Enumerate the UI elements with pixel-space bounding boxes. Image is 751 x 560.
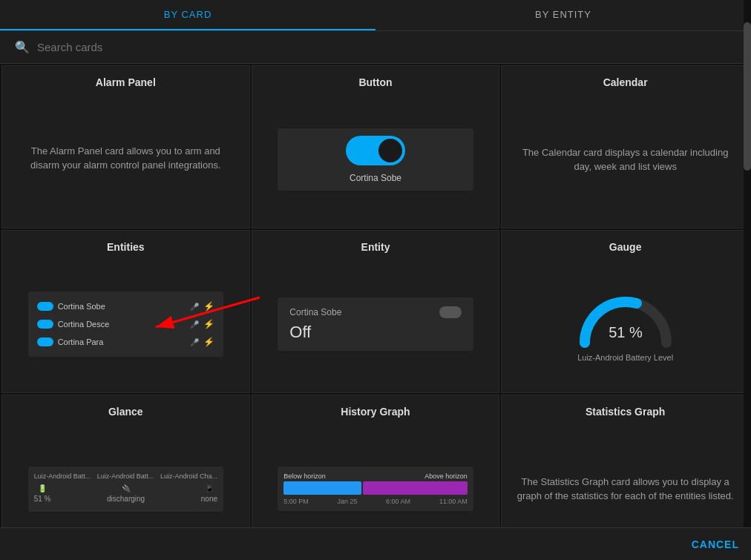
glance-icon-1: 🔌 xyxy=(122,484,131,493)
entity-row-2: Cortina Para 🎤 ⚡ xyxy=(34,333,217,351)
entity-row-mic-2: 🎤 xyxy=(190,338,199,346)
entity-row-mic-1: 🎤 xyxy=(190,320,199,329)
card-alarm-panel[interactable]: Alarm Panel The Alarm Panel card allows … xyxy=(1,65,250,228)
search-bar: 🔍 xyxy=(0,31,751,64)
entity-row-name-0: Cortina Sobe xyxy=(58,302,186,311)
glance-name-0: Luiz-Android Batt... xyxy=(34,472,91,480)
entity-row-mic-0: 🎤 xyxy=(190,303,199,311)
glance-icon-2: 📱 xyxy=(205,484,214,493)
card-alarm-panel-title: Alarm Panel xyxy=(2,66,249,96)
svg-text:51 %: 51 % xyxy=(609,324,643,340)
card-entities[interactable]: Entities Cortina Sobe 🎤 ⚡ Cortina Desce … xyxy=(1,230,250,393)
scrollbar-thumb xyxy=(744,22,751,171)
glance-icons: 🔋 51 % 🔌 discharging 📱 none xyxy=(34,484,217,503)
card-entities-title: Entities xyxy=(2,231,249,260)
scrollbar[interactable] xyxy=(744,0,751,560)
card-calendar[interactable]: Calendar The Calendar card displays a ca… xyxy=(501,65,750,228)
history-bar-purple xyxy=(363,481,467,495)
glance-value-2: none xyxy=(201,495,217,503)
search-input[interactable] xyxy=(37,41,736,53)
card-gauge-title: Gauge xyxy=(502,231,749,260)
gauge-label: Luiz-Android Battery Level xyxy=(577,353,673,362)
glance-icon-0: 🔋 xyxy=(38,484,47,493)
entity-toggle-0 xyxy=(37,302,53,311)
entity-row-bolt-2: ⚡ xyxy=(203,337,214,347)
tab-by-entity[interactable]: BY ENTITY xyxy=(376,0,751,30)
card-entity[interactable]: Entity Cortina Sobe Off xyxy=(252,230,500,393)
entity-row-bolt-0: ⚡ xyxy=(203,301,214,312)
card-gauge-content: 51 % Luiz-Android Battery Level xyxy=(502,260,749,392)
history-bars xyxy=(283,481,467,495)
history-time-0: 5:00 PM xyxy=(283,498,309,505)
entity-row-name-2: Cortina Para xyxy=(58,337,186,346)
entity-toggle-1 xyxy=(37,320,53,329)
card-calendar-description: The Calendar card displays a calendar in… xyxy=(516,145,734,174)
toggle-knob xyxy=(378,139,402,162)
card-button[interactable]: Button Cortina Sobe xyxy=(252,65,500,228)
card-alarm-panel-description: The Alarm Panel card allows you to arm a… xyxy=(17,144,235,173)
glance-item-1: 🔌 discharging xyxy=(107,484,145,503)
entities-preview: Cortina Sobe 🎤 ⚡ Cortina Desce 🎤 ⚡ Corti… xyxy=(28,291,223,357)
entity-row-name-1: Cortina Desce xyxy=(58,320,186,329)
entity-row-0: Cortina Sobe 🎤 ⚡ xyxy=(34,297,217,315)
entity-row-1: Cortina Desce 🎤 ⚡ xyxy=(34,315,217,333)
toggle-switch xyxy=(346,136,405,165)
glance-item-0: 🔋 51 % xyxy=(34,484,51,503)
tab-bar: BY CARD BY ENTITY xyxy=(0,0,751,31)
glance-item-2: 📱 none xyxy=(201,484,217,503)
card-gauge[interactable]: Gauge 51 % Luiz-Android Battery Level xyxy=(501,230,750,393)
history-preview: Below horizon Above horizon 5:00 PM Jan … xyxy=(278,467,473,511)
card-glance-title: Glance xyxy=(2,395,249,425)
glance-name-1: Luiz-Android Batt... xyxy=(97,472,154,480)
entity-row-bolt-1: ⚡ xyxy=(203,319,214,329)
entity-preview: Cortina Sobe Off xyxy=(278,297,473,351)
card-alarm-panel-content: The Alarm Panel card allows you to arm a… xyxy=(2,96,249,228)
card-history-graph-title: History Graph xyxy=(252,395,499,425)
entity-preview-value: Off xyxy=(289,323,461,342)
history-time-1: Jan 25 xyxy=(337,498,357,505)
history-label-above: Above horizon xyxy=(424,472,468,480)
history-time-labels: 5:00 PM Jan 25 6:00 AM 11:00 AM xyxy=(283,498,467,505)
entity-preview-name: Cortina Sobe xyxy=(289,307,341,317)
gauge-preview: 51 % Luiz-Android Battery Level xyxy=(566,280,685,369)
card-statistics-graph-title: Statistics Graph xyxy=(502,395,749,425)
card-entities-content: Cortina Sobe 🎤 ⚡ Cortina Desce 🎤 ⚡ Corti… xyxy=(2,260,249,392)
gauge-svg: 51 % xyxy=(574,287,678,350)
glance-names: Luiz-Android Batt... Luiz-Android Batt..… xyxy=(34,472,217,480)
search-icon: 🔍 xyxy=(15,40,30,54)
card-button-title: Button xyxy=(252,66,499,96)
tab-by-card[interactable]: BY CARD xyxy=(0,0,376,30)
card-entity-title: Entity xyxy=(252,231,499,260)
cards-grid: Alarm Panel The Alarm Panel card allows … xyxy=(0,64,751,553)
card-entity-content: Cortina Sobe Off xyxy=(252,260,499,392)
button-preview-label: Cortina Sobe xyxy=(350,173,401,183)
history-time-2: 6:00 AM xyxy=(386,498,410,505)
cancel-button[interactable]: CANCEL xyxy=(692,538,739,550)
card-button-content: Cortina Sobe xyxy=(252,96,499,228)
history-time-3: 11:00 AM xyxy=(439,498,468,505)
card-statistics-graph-description: The Statistics Graph card allows you to … xyxy=(516,475,734,504)
glance-value-1: discharging xyxy=(107,495,145,503)
history-bar-labels: Below horizon Above horizon xyxy=(283,472,467,480)
glance-name-2: Luiz-Android Cha... xyxy=(160,472,217,480)
entity-preview-toggle xyxy=(439,306,462,318)
button-preview: Cortina Sobe xyxy=(278,128,473,191)
glance-value-0: 51 % xyxy=(34,495,51,503)
entity-toggle-2 xyxy=(37,337,53,346)
history-bar-blue xyxy=(283,481,361,495)
glance-preview: Luiz-Android Batt... Luiz-Android Batt..… xyxy=(28,467,223,512)
bottom-bar: CANCEL xyxy=(0,527,751,560)
history-label-below: Below horizon xyxy=(283,472,326,480)
entity-header: Cortina Sobe xyxy=(289,306,461,318)
card-calendar-title: Calendar xyxy=(502,66,749,96)
card-calendar-content: The Calendar card displays a calendar in… xyxy=(502,96,749,228)
